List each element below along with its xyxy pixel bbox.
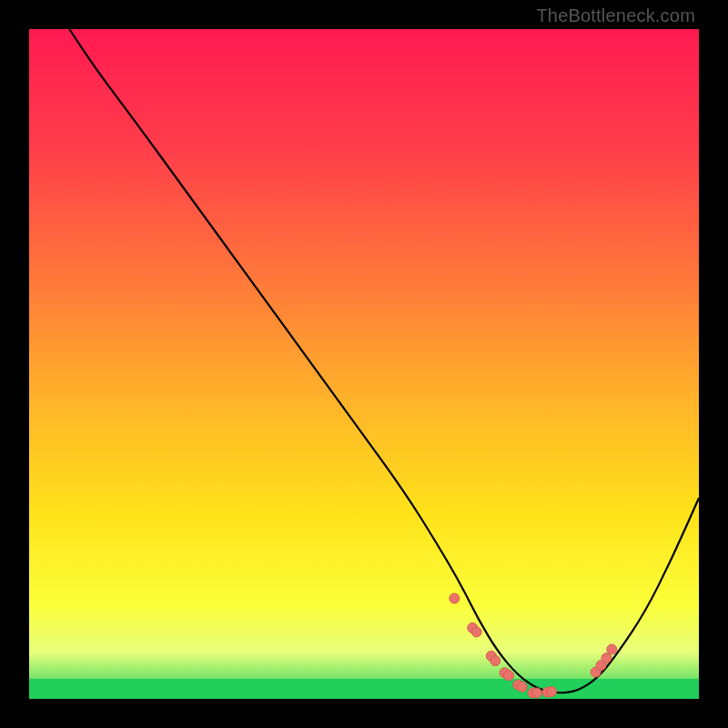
- data-dot: [503, 671, 513, 681]
- optimal-band: [29, 679, 699, 699]
- data-dot: [471, 627, 481, 637]
- watermark-text: TheBottleneck.com: [536, 5, 695, 26]
- data-dot: [517, 682, 527, 692]
- data-dot: [602, 653, 612, 663]
- data-dot: [450, 593, 460, 603]
- data-dot: [607, 644, 617, 654]
- data-dot: [531, 688, 541, 698]
- chart-svg: [29, 29, 699, 699]
- data-dot: [547, 686, 557, 696]
- chart-frame: TheBottleneck.com: [0, 0, 728, 728]
- data-dot: [490, 656, 500, 666]
- gradient-background: [29, 29, 699, 699]
- plot-area: [29, 29, 699, 699]
